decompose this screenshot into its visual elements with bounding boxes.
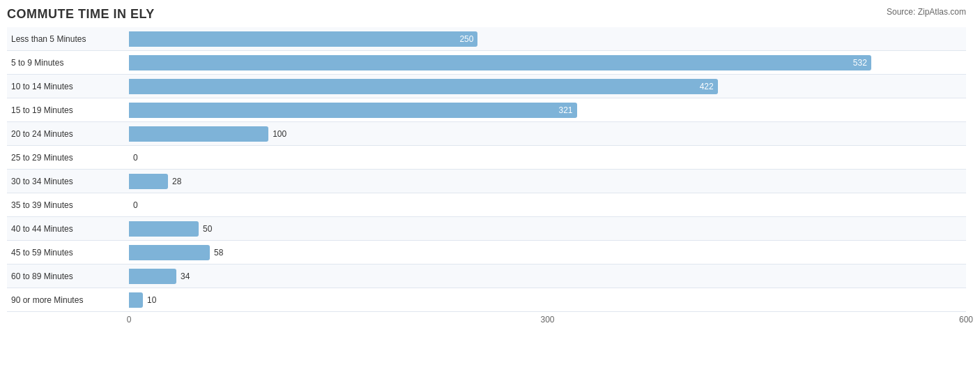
bar-row: 5 to 9 Minutes532 bbox=[7, 51, 966, 75]
bar-row: 25 to 29 Minutes0 bbox=[7, 146, 966, 170]
bar-row: 40 to 44 Minutes50 bbox=[7, 217, 966, 241]
bar-track: 0 bbox=[129, 198, 966, 213]
bar-value-label: 0 bbox=[133, 153, 138, 163]
bars-area: Less than 5 Minutes2505 to 9 Minutes5321… bbox=[7, 27, 966, 312]
bar-fill: 422 bbox=[129, 79, 718, 94]
bar-label: 60 to 89 Minutes bbox=[7, 271, 129, 281]
bar-value-label: 0 bbox=[133, 200, 138, 210]
bar-value-label: 28 bbox=[172, 177, 181, 186]
x-axis: 0300600 bbox=[7, 315, 966, 329]
bar-label: 90 or more Minutes bbox=[7, 295, 129, 305]
bar-label: Less than 5 Minutes bbox=[7, 34, 129, 44]
bar-row: 10 to 14 Minutes422 bbox=[7, 75, 966, 98]
bar-row: 45 to 59 Minutes58 bbox=[7, 241, 966, 265]
bar-row: 35 to 39 Minutes0 bbox=[7, 193, 966, 217]
bar-label: 10 to 14 Minutes bbox=[7, 82, 129, 91]
bar-fill: 532 bbox=[129, 55, 871, 70]
chart-container: COMMUTE TIME IN ELY Source: ZipAtlas.com… bbox=[0, 0, 980, 365]
bar-track: 422 bbox=[129, 79, 966, 94]
bar-value-label: 50 bbox=[203, 224, 212, 234]
bar-track: 250 bbox=[129, 31, 966, 47]
bar-value-label: 10 bbox=[147, 295, 156, 305]
bar-value-label: 34 bbox=[181, 271, 190, 281]
bar-track: 0 bbox=[129, 150, 966, 165]
bar-row: 60 to 89 Minutes34 bbox=[7, 265, 966, 288]
bar-value-label: 422 bbox=[700, 82, 714, 91]
bar-fill: 321 bbox=[129, 103, 577, 118]
bar-value-label: 250 bbox=[459, 34, 473, 44]
bar-row: Less than 5 Minutes250 bbox=[7, 27, 966, 51]
bar-fill bbox=[129, 126, 268, 142]
x-tick-label: 0 bbox=[127, 315, 132, 325]
bar-value-label: 58 bbox=[214, 248, 223, 258]
bar-label: 15 to 19 Minutes bbox=[7, 105, 129, 115]
bar-label: 20 to 24 Minutes bbox=[7, 129, 129, 139]
bar-row: 90 or more Minutes10 bbox=[7, 288, 966, 312]
bar-label: 5 to 9 Minutes bbox=[7, 58, 129, 68]
x-tick-label: 600 bbox=[959, 315, 973, 325]
bar-value-label: 321 bbox=[559, 105, 573, 115]
bar-fill bbox=[129, 245, 210, 260]
bar-label: 45 to 59 Minutes bbox=[7, 248, 129, 258]
bar-label: 35 to 39 Minutes bbox=[7, 200, 129, 210]
bar-value-label: 100 bbox=[273, 129, 286, 139]
bar-label: 25 to 29 Minutes bbox=[7, 153, 129, 163]
bar-fill bbox=[129, 221, 199, 237]
bar-row: 15 to 19 Minutes321 bbox=[7, 98, 966, 122]
x-tick-label: 300 bbox=[540, 315, 554, 325]
bar-row: 20 to 24 Minutes100 bbox=[7, 122, 966, 146]
bar-track: 58 bbox=[129, 245, 966, 260]
bar-label: 40 to 44 Minutes bbox=[7, 224, 129, 234]
bar-fill bbox=[129, 292, 143, 308]
bar-value-label: 532 bbox=[853, 58, 867, 68]
bar-track: 50 bbox=[129, 221, 966, 237]
bar-track: 100 bbox=[129, 126, 966, 142]
bar-fill: 250 bbox=[129, 31, 477, 47]
bar-fill bbox=[129, 269, 176, 284]
bar-label: 30 to 34 Minutes bbox=[7, 177, 129, 186]
chart-header: COMMUTE TIME IN ELY Source: ZipAtlas.com bbox=[7, 7, 966, 22]
bar-track: 321 bbox=[129, 103, 966, 118]
chart-title: COMMUTE TIME IN ELY bbox=[7, 7, 155, 22]
chart-source: Source: ZipAtlas.com bbox=[887, 7, 966, 17]
bar-fill bbox=[129, 174, 168, 189]
bar-track: 10 bbox=[129, 292, 966, 308]
bar-row: 30 to 34 Minutes28 bbox=[7, 170, 966, 193]
bar-track: 34 bbox=[129, 269, 966, 284]
bar-track: 28 bbox=[129, 174, 966, 189]
bar-track: 532 bbox=[129, 55, 966, 70]
